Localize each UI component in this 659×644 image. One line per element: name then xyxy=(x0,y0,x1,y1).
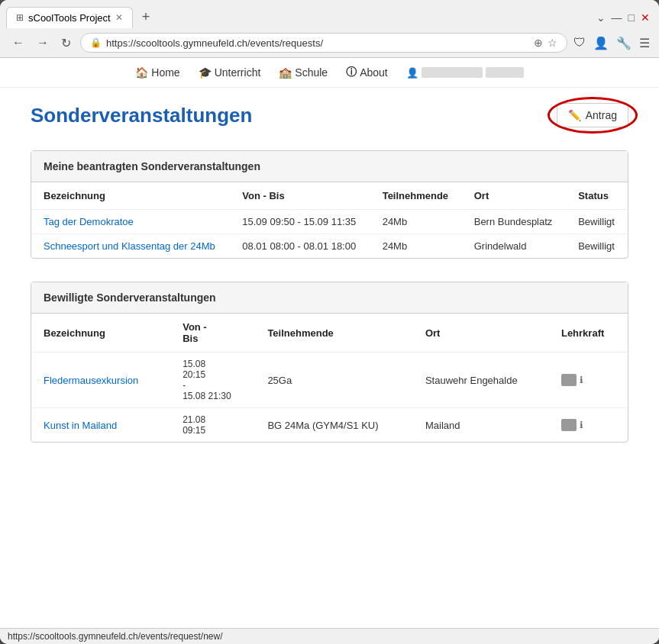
ort-cell: Grindelwald xyxy=(462,234,566,259)
status-url: https://scooltools.gymneufeld.ch/events/… xyxy=(8,631,223,642)
lock-icon: 🔒 xyxy=(90,37,102,48)
tab-list-icon[interactable]: ⌄ xyxy=(596,11,606,24)
col-von-bis-b: Von -Bis xyxy=(170,314,255,353)
site-nav: 🏠 Home 🎓 Unterricht 🏫 Schule ⓘ About 👤 xyxy=(0,58,659,88)
info-icon: ⓘ xyxy=(346,66,357,79)
meine-section: Meine beantragten Sonderveranstaltungen … xyxy=(31,150,628,259)
user-nav-area: 👤 xyxy=(406,67,524,79)
maximize-icon[interactable]: □ xyxy=(628,11,635,24)
bewilligte-table-header-row: Bezeichnung Von -Bis Teilnehmende Ort Le… xyxy=(31,314,628,353)
extensions-icon[interactable]: 🔧 xyxy=(616,36,632,50)
new-tab-button[interactable]: + xyxy=(136,6,157,28)
teilnehmende-cell: 24Mb xyxy=(370,234,462,259)
back-button[interactable]: ← xyxy=(9,34,27,51)
teilnehmende-cell-b: 25Ga xyxy=(255,353,413,408)
col-ort-b: Ort xyxy=(413,314,549,353)
tab-icon: ⊞ xyxy=(16,12,24,23)
col-teilnehmende-b: Teilnehmende xyxy=(255,314,413,353)
ort-cell-b: Mailand xyxy=(413,408,549,443)
shield-icon[interactable]: 🛡 xyxy=(573,36,586,50)
close-window-icon[interactable]: ✕ xyxy=(641,11,650,24)
von-bis-cell-b: 15.0820:15 - 15.08 21:30 xyxy=(170,353,255,408)
bewilligte-table: Bezeichnung Von -Bis Teilnehmende Ort Le… xyxy=(31,314,628,442)
tab-close-button[interactable]: ✕ xyxy=(115,12,123,23)
status-cell: Bewilligt xyxy=(566,210,628,234)
nav-schule[interactable]: 🏫 Schule xyxy=(279,66,328,79)
bezeichnung-link[interactable]: Tag der Demokratoe xyxy=(44,216,134,227)
antrag-button[interactable]: ✏️ Antrag xyxy=(557,103,628,127)
user-name-block xyxy=(422,67,483,78)
tab-title: sCoolTools Project xyxy=(28,12,111,24)
lehrkraft-avatar xyxy=(561,419,577,431)
table-row: Fledermausexkursion 15.0820:15 - 15.08 2… xyxy=(31,353,628,408)
reload-button[interactable]: ↻ xyxy=(58,34,74,52)
lehrkraft-icon: ℹ xyxy=(580,420,583,430)
meine-table: Bezeichnung Von - Bis Teilnehmende Ort S… xyxy=(31,182,628,258)
bezeichnung-link-b[interactable]: Kunst in Mailand xyxy=(44,420,117,431)
col-ort: Ort xyxy=(462,182,566,210)
account-icon[interactable]: 👤 xyxy=(593,36,609,50)
col-status: Status xyxy=(566,182,628,210)
schule-icon: 🏫 xyxy=(279,66,292,79)
status-cell: Bewilligt xyxy=(566,234,628,259)
bewilligte-section-header: Bewilligte Sonderveranstaltungen xyxy=(31,282,628,314)
table-row: Kunst in Mailand 21.0809:15 BG 24Ma (GYM… xyxy=(31,408,628,443)
col-bezeichnung-b: Bezeichnung xyxy=(31,314,170,353)
von-bis-cell-b: 21.0809:15 xyxy=(170,408,255,443)
edit-icon: ✏️ xyxy=(568,109,581,121)
nav-home[interactable]: 🏠 Home xyxy=(135,66,179,79)
home-icon: 🏠 xyxy=(135,66,148,79)
bezeichnung-cell-b: Fledermausexkursion xyxy=(31,353,170,408)
col-von-bis: Von - Bis xyxy=(230,182,370,210)
col-teilnehmende: Teilnehmende xyxy=(370,182,462,210)
bezeichnung-cell: Schneesport und Klassentag der 24Mb xyxy=(31,234,230,259)
ort-cell: Bern Bundesplatz xyxy=(462,210,566,234)
status-bar: https://scooltools.gymneufeld.ch/events/… xyxy=(0,628,659,644)
nav-unterricht[interactable]: 🎓 Unterricht xyxy=(199,66,261,79)
bezeichnung-cell-b: Kunst in Mailand xyxy=(31,408,170,443)
minimize-icon[interactable]: — xyxy=(612,11,622,24)
bezeichnung-link-b[interactable]: Fledermausexkursion xyxy=(44,375,138,386)
table-row: Tag der Demokratoe 15.09 09:50 - 15.09 1… xyxy=(31,210,628,234)
von-bis-cell: 08.01 08:00 - 08.01 18:00 xyxy=(230,234,370,259)
user-role-block xyxy=(486,67,524,78)
nav-about[interactable]: ⓘ About xyxy=(346,66,388,79)
lehrkraft-icon: ℹ xyxy=(580,375,583,385)
forward-button[interactable]: → xyxy=(34,34,52,51)
bewilligte-section: Bewilligte Sonderveranstaltungen Bezeich… xyxy=(31,282,628,443)
user-icon: 👤 xyxy=(406,67,418,79)
browser-tab[interactable]: ⊞ sCoolTools Project ✕ xyxy=(6,7,133,28)
url-display[interactable]: https://scooltools.gymneufeld.ch/events/… xyxy=(106,37,529,49)
bezeichnung-link[interactable]: Schneesport und Klassentag der 24Mb xyxy=(44,240,215,252)
col-lehrkraft-b: Lehrkraft xyxy=(549,314,628,353)
bookmark-icon[interactable]: ☆ xyxy=(548,37,557,49)
col-bezeichnung: Bezeichnung xyxy=(31,182,230,210)
page-header: Sonderveranstaltungen ✏️ Antrag xyxy=(31,103,628,127)
lehrkraft-avatar xyxy=(561,374,577,386)
meine-section-header: Meine beantragten Sonderveranstaltungen xyxy=(31,151,628,182)
meine-table-header-row: Bezeichnung Von - Bis Teilnehmende Ort S… xyxy=(31,182,628,210)
lehrkraft-cell: ℹ xyxy=(549,353,628,408)
translate-icon[interactable]: ⊕ xyxy=(534,37,543,49)
page-title: Sonderveranstaltungen xyxy=(31,104,252,127)
teilnehmende-cell: 24Mb xyxy=(370,210,462,234)
table-row: Schneesport und Klassentag der 24Mb 08.0… xyxy=(31,234,628,259)
teilnehmende-cell-b: BG 24Ma (GYM4/S1 KU) xyxy=(255,408,413,443)
lehrkraft-cell: ℹ xyxy=(549,408,628,443)
antrag-wrapper: ✏️ Antrag xyxy=(557,103,628,127)
bezeichnung-cell: Tag der Demokratoe xyxy=(31,210,230,234)
menu-icon[interactable]: ☰ xyxy=(639,36,650,50)
unterricht-icon: 🎓 xyxy=(199,66,212,79)
von-bis-cell: 15.09 09:50 - 15.09 11:35 xyxy=(230,210,370,234)
ort-cell-b: Stauwehr Engehalde xyxy=(413,353,549,408)
